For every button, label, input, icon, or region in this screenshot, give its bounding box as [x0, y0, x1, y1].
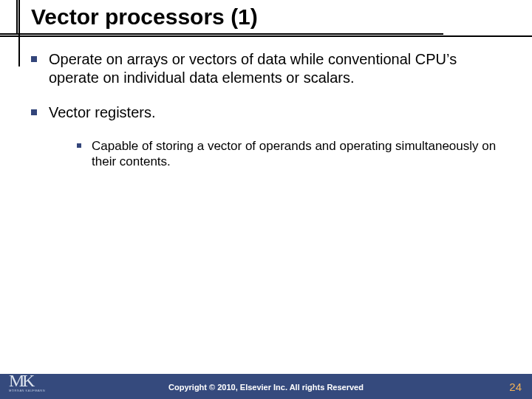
rule-top-short — [0, 33, 443, 35]
sub-bullet-item: Capable of storing a vector of operands … — [77, 138, 510, 170]
bullet-text: Vector registers. — [49, 103, 156, 122]
page-number: 24 — [509, 381, 522, 393]
bullet-item: Operate on arrays or vectors of data whi… — [31, 50, 510, 87]
bullet-text: Operate on arrays or vectors of data whi… — [49, 50, 510, 87]
copyright-text: Copyright © 2010, Elsevier Inc. All righ… — [0, 383, 532, 392]
rule-side-upper — [16, 0, 18, 35]
slide-title: Vector processors (1) — [31, 4, 258, 30]
slide: Vector processors (1) Operate on arrays … — [0, 0, 532, 399]
sub-bullet-text: Capable of storing a vector of operands … — [92, 138, 510, 170]
content-area: Operate on arrays or vectors of data whi… — [31, 50, 510, 179]
bullet-item: Vector registers. — [31, 103, 510, 122]
square-bullet-icon — [77, 143, 81, 148]
square-bullet-icon — [31, 109, 37, 115]
rule-side-lower — [18, 0, 20, 66]
rule-top-full — [0, 35, 532, 37]
square-bullet-icon — [31, 56, 37, 62]
sub-bullet-list: Capable of storing a vector of operands … — [77, 138, 510, 170]
